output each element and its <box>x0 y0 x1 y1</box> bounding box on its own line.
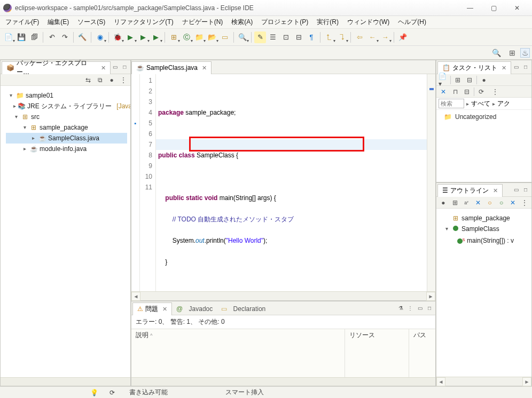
focus-button[interactable]: ● <box>439 198 448 208</box>
new-button[interactable]: 📄 <box>3 31 14 43</box>
view-menu-button[interactable]: ⋮ <box>119 75 128 85</box>
minimize-button[interactable]: — <box>458 1 482 15</box>
last-edit-button[interactable]: ⇦ <box>354 31 365 43</box>
tree-src[interactable]: ▾⊞src <box>6 112 127 122</box>
outline-hscroll[interactable]: ◄► <box>436 377 531 386</box>
minimize-view-button[interactable]: ▭ <box>512 63 520 71</box>
code-content[interactable]: package sample_package; public class Sam… <box>156 74 435 291</box>
status-tip-icon[interactable]: 💡 <box>90 388 98 397</box>
sync-button[interactable]: ⟳ <box>476 87 486 97</box>
view-menu-button[interactable]: ⋮ <box>406 304 414 313</box>
minimize-view-button[interactable]: ▭ <box>512 186 520 194</box>
col-resource[interactable]: リソース <box>345 329 409 377</box>
annotation-next-button[interactable]: ⮧ <box>336 31 348 43</box>
package-explorer-tree[interactable]: ▾📁sample01 ▸📚JRE システム・ライブラリー [JavaS ▾⊞sr… <box>1 86 130 377</box>
toggle-block-button[interactable]: ☰ <box>267 31 279 43</box>
maximize-view-button[interactable]: □ <box>521 63 530 71</box>
search-toolbar-button[interactable]: 🔍 <box>237 31 248 43</box>
minimize-view-button[interactable]: ▭ <box>111 63 120 71</box>
focus-button[interactable]: ● <box>107 75 116 85</box>
menu-help[interactable]: ヘルプ(H) <box>394 16 431 28</box>
editor-tab-sampleclass[interactable]: ☕ SampleClass.java ✕ <box>131 61 212 74</box>
sort-button[interactable]: ⊞ <box>450 198 460 208</box>
open-task-button[interactable]: 📂 <box>206 31 218 43</box>
col-description[interactable]: 説明 ^ <box>131 329 345 377</box>
menu-project[interactable]: プロジェクト(P) <box>257 16 312 28</box>
tree-file-moduleinfo[interactable]: ▸☕module-info.java <box>6 144 127 154</box>
scroll-left-icon[interactable]: ◄ <box>131 292 140 301</box>
categorized-button[interactable]: ⊞ <box>453 75 463 85</box>
pin-editor-button[interactable]: 📌 <box>397 31 409 43</box>
save-button[interactable]: 💾 <box>15 31 27 43</box>
declaration-tab[interactable]: ▭ Declaration <box>217 303 270 315</box>
new-task-button[interactable]: 📄▾ <box>439 75 448 85</box>
hide-fields-button[interactable]: ✕ <box>473 198 483 208</box>
menu-run[interactable]: 実行(R) <box>312 16 343 28</box>
java-perspective-button[interactable]: ♨ <box>520 48 530 58</box>
hide-static-button[interactable]: ○ <box>485 198 495 208</box>
run-button[interactable]: ▶ <box>124 31 136 43</box>
task-category-uncategorized[interactable]: 📁 Uncategorized <box>439 112 529 122</box>
toggle-mark-button[interactable]: ✎ <box>254 31 266 43</box>
tasklist-body[interactable]: 📁 Uncategorized <box>436 110 531 182</box>
col-path[interactable]: パス <box>409 329 435 377</box>
view-menu-button[interactable]: ⋮ <box>520 198 529 208</box>
outline-tab[interactable]: ☰ アウトライン ✕ <box>437 184 503 197</box>
open-resource-button[interactable]: ▭ <box>219 31 231 43</box>
outline-method-main[interactable]: smain(String[]) : v <box>442 234 528 247</box>
package-explorer-tab[interactable]: 📦 パッケージ・エクスプロー… ✕ <box>2 61 111 74</box>
open-type-button[interactable]: 📁 <box>193 31 205 43</box>
hide-local-button[interactable]: ✕ <box>508 198 518 208</box>
undo-button[interactable]: ↶ <box>46 31 58 43</box>
view-menu-button[interactable]: ⋮ <box>490 87 500 97</box>
close-icon[interactable]: ✕ <box>202 65 207 71</box>
collapse-all-button[interactable]: ⇆ <box>83 75 93 85</box>
hide-button[interactable]: ✕ <box>439 87 448 97</box>
maximize-view-button[interactable]: □ <box>521 186 530 194</box>
tree-jre[interactable]: ▸📚JRE システム・ライブラリー [JavaS <box>6 101 127 112</box>
menu-file[interactable]: ファイル(F) <box>1 16 43 28</box>
forward-button[interactable]: → <box>379 31 391 43</box>
scheduled-button[interactable]: ⊟ <box>465 75 474 85</box>
quick-access-icon[interactable]: 🔍 <box>491 48 501 58</box>
pilcrow-button[interactable]: ¶ <box>306 31 317 43</box>
menu-search[interactable]: 検索(A) <box>227 16 257 28</box>
close-icon[interactable]: ✕ <box>493 187 498 194</box>
hide-nonpublic-button[interactable]: ○ <box>497 198 506 208</box>
show-whitespace-button[interactable]: ⊡ <box>280 31 292 43</box>
editor-marker-gutter[interactable]: ▪ <box>131 74 140 291</box>
maximize-button[interactable]: ▢ <box>482 1 505 15</box>
collapse-button[interactable]: ⊓ <box>450 87 460 97</box>
back-button[interactable]: ← <box>366 31 378 43</box>
annotation-prev-button[interactable]: ⮤ <box>323 31 335 43</box>
scroll-left-icon[interactable]: ◄ <box>436 377 445 386</box>
tree-file-sampleclass[interactable]: ▸☕SampleClass.java <box>6 133 127 144</box>
problems-scroll[interactable] <box>131 377 435 386</box>
close-icon[interactable]: ✕ <box>101 65 106 71</box>
editor-hscroll[interactable]: ◄ ► <box>131 291 435 300</box>
menu-refactor[interactable]: リファクタリング(T) <box>109 16 177 28</box>
task-filter-all[interactable]: すべて <box>471 99 490 108</box>
outline-tree[interactable]: ⊞sample_package ▾SampleClass smain(Strin… <box>436 209 531 377</box>
close-icon[interactable]: ✕ <box>502 65 506 71</box>
menu-navigate[interactable]: ナビゲート(N) <box>178 16 228 28</box>
debug-button[interactable]: 🐞 <box>112 31 123 43</box>
status-sync-icon[interactable]: ⟳ <box>108 388 116 397</box>
redo-button[interactable]: ↷ <box>59 31 71 43</box>
problems-tab[interactable]: ⚠ 問題 ✕ <box>132 303 172 315</box>
outline-package[interactable]: ⊞sample_package <box>442 213 528 224</box>
expand-button[interactable]: ⊟ <box>462 87 472 97</box>
scroll-right-icon[interactable]: ► <box>522 377 531 386</box>
sort-az-button[interactable]: aᶻ <box>462 198 472 208</box>
link-editor-button[interactable]: ⧉ <box>95 75 105 85</box>
menu-source[interactable]: ソース(S) <box>73 16 109 28</box>
maximize-view-button[interactable]: □ <box>120 63 129 71</box>
breakpoint-skip-button[interactable]: ◉ <box>94 31 106 43</box>
outline-class[interactable]: ▾SampleClass <box>442 224 528 234</box>
new-package-button[interactable]: ⊞ <box>168 31 179 43</box>
code-editor[interactable]: ▪ 1 2 3 4 5 6 7 8 9 10 11 packag <box>131 74 435 291</box>
filter-button[interactable]: ⚗ <box>396 304 405 313</box>
menu-edit[interactable]: 編集(E) <box>43 16 73 28</box>
save-all-button[interactable]: 🗐 <box>28 31 40 43</box>
javadoc-tab[interactable]: @ Javadoc <box>172 303 217 315</box>
